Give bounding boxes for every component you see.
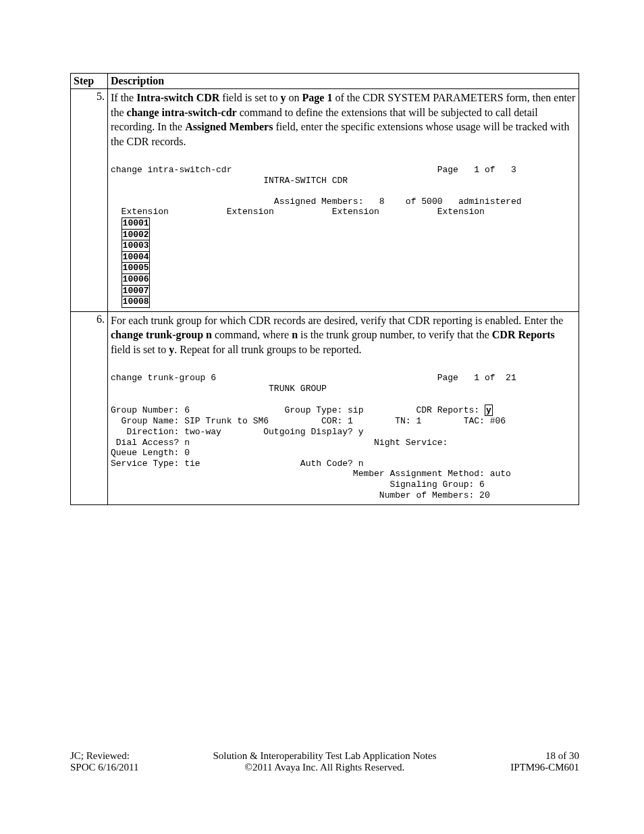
bold-text: Assigned Members xyxy=(185,121,273,132)
footer-copyright: ©2011 Avaya Inc. All Rights Reserved. xyxy=(213,762,436,773)
footer-title: Solution & Interoperability Test Lab App… xyxy=(213,750,436,762)
terminal-line: Signaling Group: 6 xyxy=(111,479,485,490)
extension-value: 10006 xyxy=(122,273,150,286)
terminal-line: Member Assignment Method: auto xyxy=(111,469,511,479)
bold-text: change intra-switch-cdr xyxy=(127,107,237,118)
page-footer: JC; Reviewed: SPOC 6/16/2011 Solution & … xyxy=(70,750,579,773)
terminal-line: Assigned Members: 8 of 5000 administered xyxy=(111,197,522,207)
terminal-line: TRUNK GROUP xyxy=(111,384,327,394)
terminal-output-5: change intra-switch-cdr Page 1 of 3 INTR… xyxy=(111,154,576,307)
footer-center: Solution & Interoperability Test Lab App… xyxy=(213,750,436,773)
bold-text: y xyxy=(281,92,286,103)
step-description-cell: For each trunk group for which CDR recor… xyxy=(108,311,579,505)
step-number: 6. xyxy=(71,311,108,505)
step-5-description: If the Intra-switch CDR field is set to … xyxy=(111,90,576,149)
terminal-line: INTRA-SWITCH CDR xyxy=(111,176,348,186)
cdr-reports-value: y xyxy=(485,405,493,417)
steps-table: Step Description 5. If the Intra-switch … xyxy=(70,73,579,505)
text: on xyxy=(286,92,302,103)
terminal-line: Service Type: tie Auth Code? n xyxy=(111,459,363,469)
footer-page-number: 18 of 30 xyxy=(510,750,579,762)
extension-value: 10002 xyxy=(122,229,150,241)
text: If the xyxy=(111,92,136,103)
description-header: Description xyxy=(108,74,579,89)
text: field is set to xyxy=(111,344,169,355)
table-header-row: Step Description xyxy=(71,74,579,89)
footer-left: JC; Reviewed: SPOC 6/16/2011 xyxy=(70,750,139,773)
bold-text: CDR Reports xyxy=(492,329,555,340)
text: command, where xyxy=(212,329,292,340)
text: . Repeat for all trunk groups to be repo… xyxy=(174,344,361,355)
footer-doc-id: IPTM96-CM601 xyxy=(510,762,579,773)
step-number: 5. xyxy=(71,89,108,312)
footer-right: 18 of 30 IPTM96-CM601 xyxy=(510,750,579,773)
extension-value: 10001 xyxy=(122,217,150,230)
table-row: 5. If the Intra-switch CDR field is set … xyxy=(71,89,579,312)
step-header: Step xyxy=(71,74,108,89)
extension-value: 10007 xyxy=(122,285,150,297)
bold-text: Intra-switch CDR xyxy=(136,92,219,103)
text: For each trunk group for which CDR recor… xyxy=(111,315,563,326)
terminal-output-6: change trunk-group 6 Page 1 of 21 TRUNK … xyxy=(111,362,576,500)
bold-text: change trunk-group n xyxy=(111,329,212,340)
table-row: 6. For each trunk group for which CDR re… xyxy=(71,311,579,505)
bold-text: Page 1 xyxy=(302,92,333,103)
extension-value: 10005 xyxy=(122,262,150,274)
text: field is set to xyxy=(219,92,280,103)
terminal-line: Group Number: 6 Group Type: sip CDR Repo… xyxy=(111,405,485,415)
terminal-line: Queue Length: 0 xyxy=(111,448,190,458)
extension-list: 1000110002100031000410005100061000710008 xyxy=(122,217,150,307)
bold-text: n xyxy=(292,329,298,340)
terminal-line: change trunk-group 6 Page 1 of 21 xyxy=(111,373,516,383)
text: is the trunk group number, to verify tha… xyxy=(298,329,492,340)
extension-value: 10004 xyxy=(122,251,150,263)
footer-spoc-date: SPOC 6/16/2011 xyxy=(70,762,139,773)
terminal-line: change intra-switch-cdr Page 1 of 3 xyxy=(111,165,516,175)
extension-value: 10008 xyxy=(122,296,150,308)
footer-reviewed: JC; Reviewed: xyxy=(70,750,139,762)
extension-value: 10003 xyxy=(122,240,150,252)
terminal-line: Number of Members: 20 xyxy=(111,490,490,500)
terminal-line: Extension Extension Extension Extension xyxy=(111,207,485,217)
step-description-cell: If the Intra-switch CDR field is set to … xyxy=(108,89,579,312)
page: Step Description 5. If the Intra-switch … xyxy=(0,0,644,834)
terminal-line: Direction: two-way Outgoing Display? y xyxy=(111,427,363,437)
step-6-description: For each trunk group for which CDR recor… xyxy=(111,313,576,357)
terminal-line: Group Name: SIP Trunk to SM6 COR: 1 TN: … xyxy=(111,416,506,426)
terminal-line: Dial Access? n Night Service: xyxy=(111,438,448,448)
